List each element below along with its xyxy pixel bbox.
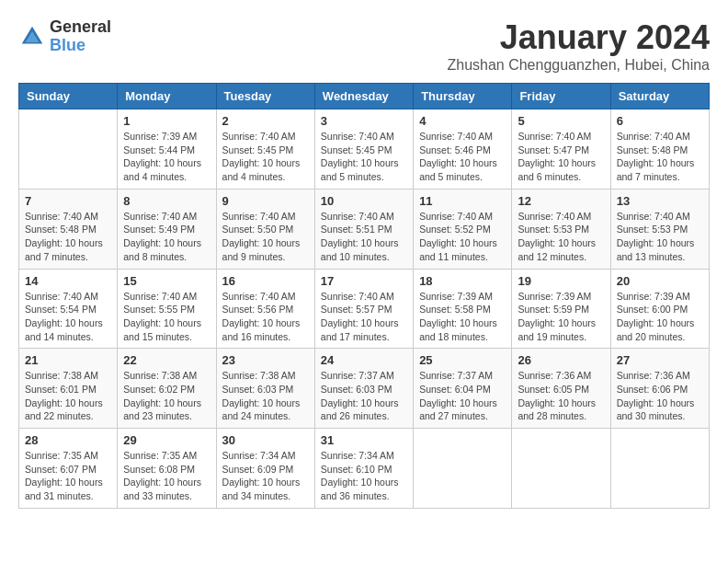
- day-info: Sunrise: 7:40 AM Sunset: 5:56 PM Dayligh…: [222, 290, 309, 344]
- day-number: 13: [617, 194, 703, 208]
- day-number: 30: [222, 433, 309, 447]
- calendar-cell: 14Sunrise: 7:40 AM Sunset: 5:54 PM Dayli…: [19, 269, 118, 349]
- day-number: 2: [222, 114, 309, 128]
- day-info: Sunrise: 7:36 AM Sunset: 6:06 PM Dayligh…: [617, 369, 703, 423]
- calendar-cell: [610, 429, 709, 509]
- day-number: 20: [617, 274, 703, 288]
- calendar-cell: 8Sunrise: 7:40 AM Sunset: 5:49 PM Daylig…: [118, 189, 216, 269]
- day-info: Sunrise: 7:40 AM Sunset: 5:50 PM Dayligh…: [222, 210, 309, 264]
- logo-general: General: [50, 18, 111, 37]
- calendar-cell: 25Sunrise: 7:37 AM Sunset: 6:04 PM Dayli…: [414, 349, 512, 429]
- day-info: Sunrise: 7:40 AM Sunset: 5:51 PM Dayligh…: [321, 210, 407, 264]
- day-info: Sunrise: 7:38 AM Sunset: 6:02 PM Dayligh…: [123, 369, 210, 423]
- calendar-cell: 28Sunrise: 7:35 AM Sunset: 6:07 PM Dayli…: [19, 429, 118, 509]
- day-info: Sunrise: 7:37 AM Sunset: 6:03 PM Dayligh…: [321, 369, 407, 423]
- day-number: 5: [518, 114, 604, 128]
- day-info: Sunrise: 7:35 AM Sunset: 6:08 PM Dayligh…: [123, 449, 210, 503]
- calendar-cell: 9Sunrise: 7:40 AM Sunset: 5:50 PM Daylig…: [216, 189, 314, 269]
- day-number: 23: [222, 353, 309, 367]
- calendar-cell: [414, 429, 512, 509]
- day-number: 6: [617, 114, 703, 128]
- day-info: Sunrise: 7:37 AM Sunset: 6:04 PM Dayligh…: [419, 369, 506, 423]
- day-info: Sunrise: 7:40 AM Sunset: 5:54 PM Dayligh…: [25, 290, 111, 344]
- day-number: 16: [222, 274, 309, 288]
- day-info: Sunrise: 7:38 AM Sunset: 6:03 PM Dayligh…: [222, 369, 309, 423]
- calendar-cell: 29Sunrise: 7:35 AM Sunset: 6:08 PM Dayli…: [118, 429, 216, 509]
- calendar-cell: 21Sunrise: 7:38 AM Sunset: 6:01 PM Dayli…: [19, 349, 118, 429]
- day-info: Sunrise: 7:40 AM Sunset: 5:47 PM Dayligh…: [518, 130, 604, 184]
- day-number: 10: [321, 194, 407, 208]
- header-monday: Monday: [118, 84, 216, 109]
- day-number: 18: [419, 274, 506, 288]
- day-info: Sunrise: 7:40 AM Sunset: 5:53 PM Dayligh…: [518, 210, 604, 264]
- day-number: 4: [419, 114, 506, 128]
- calendar-cell: 31Sunrise: 7:34 AM Sunset: 6:10 PM Dayli…: [314, 429, 413, 509]
- header-sunday: Sunday: [19, 84, 118, 109]
- location-title: Zhushan Chengguanzhen, Hubei, China: [447, 57, 710, 74]
- calendar-cell: 19Sunrise: 7:39 AM Sunset: 5:59 PM Dayli…: [512, 269, 610, 349]
- calendar-cell: [19, 109, 118, 190]
- calendar-cell: 22Sunrise: 7:38 AM Sunset: 6:02 PM Dayli…: [118, 349, 216, 429]
- day-number: 19: [518, 274, 604, 288]
- calendar-cell: 6Sunrise: 7:40 AM Sunset: 5:48 PM Daylig…: [610, 109, 709, 190]
- calendar-cell: 23Sunrise: 7:38 AM Sunset: 6:03 PM Dayli…: [216, 349, 314, 429]
- calendar-cell: 5Sunrise: 7:40 AM Sunset: 5:47 PM Daylig…: [512, 109, 610, 190]
- day-number: 27: [617, 353, 703, 367]
- day-number: 24: [321, 353, 407, 367]
- day-info: Sunrise: 7:40 AM Sunset: 5:45 PM Dayligh…: [222, 130, 309, 184]
- day-number: 7: [25, 194, 111, 208]
- day-info: Sunrise: 7:34 AM Sunset: 6:10 PM Dayligh…: [321, 449, 407, 503]
- calendar-cell: 3Sunrise: 7:40 AM Sunset: 5:45 PM Daylig…: [314, 109, 413, 190]
- title-area: January 2024 Zhushan Chengguanzhen, Hube…: [447, 18, 710, 74]
- day-info: Sunrise: 7:39 AM Sunset: 5:44 PM Dayligh…: [123, 130, 210, 184]
- day-number: 22: [123, 353, 210, 367]
- day-number: 8: [123, 194, 210, 208]
- logo-blue: Blue: [50, 37, 111, 55]
- week-row-0: 1Sunrise: 7:39 AM Sunset: 5:44 PM Daylig…: [19, 109, 710, 190]
- calendar-cell: 12Sunrise: 7:40 AM Sunset: 5:53 PM Dayli…: [512, 189, 610, 269]
- day-number: 12: [518, 194, 604, 208]
- logo: General Blue: [18, 18, 111, 55]
- calendar-cell: 4Sunrise: 7:40 AM Sunset: 5:46 PM Daylig…: [414, 109, 512, 190]
- day-number: 26: [518, 353, 604, 367]
- logo-icon: [18, 23, 46, 51]
- header-thursday: Thursday: [414, 84, 512, 109]
- logo-text: General Blue: [50, 18, 111, 55]
- day-info: Sunrise: 7:40 AM Sunset: 5:48 PM Dayligh…: [25, 210, 111, 264]
- calendar-cell: 1Sunrise: 7:39 AM Sunset: 5:44 PM Daylig…: [118, 109, 216, 190]
- day-info: Sunrise: 7:39 AM Sunset: 5:59 PM Dayligh…: [518, 290, 604, 344]
- day-info: Sunrise: 7:40 AM Sunset: 5:57 PM Dayligh…: [321, 290, 407, 344]
- day-info: Sunrise: 7:40 AM Sunset: 5:55 PM Dayligh…: [123, 290, 210, 344]
- calendar-cell: 7Sunrise: 7:40 AM Sunset: 5:48 PM Daylig…: [19, 189, 118, 269]
- calendar-cell: 27Sunrise: 7:36 AM Sunset: 6:06 PM Dayli…: [610, 349, 709, 429]
- week-row-3: 21Sunrise: 7:38 AM Sunset: 6:01 PM Dayli…: [19, 349, 710, 429]
- calendar-cell: 26Sunrise: 7:36 AM Sunset: 6:05 PM Dayli…: [512, 349, 610, 429]
- header-saturday: Saturday: [610, 84, 709, 109]
- day-info: Sunrise: 7:39 AM Sunset: 5:58 PM Dayligh…: [419, 290, 506, 344]
- calendar-cell: 20Sunrise: 7:39 AM Sunset: 6:00 PM Dayli…: [610, 269, 709, 349]
- day-number: 31: [321, 433, 407, 447]
- day-info: Sunrise: 7:39 AM Sunset: 6:00 PM Dayligh…: [617, 290, 703, 344]
- day-number: 25: [419, 353, 506, 367]
- day-number: 9: [222, 194, 309, 208]
- calendar-cell: 17Sunrise: 7:40 AM Sunset: 5:57 PM Dayli…: [314, 269, 413, 349]
- day-number: 28: [25, 433, 111, 447]
- day-info: Sunrise: 7:36 AM Sunset: 6:05 PM Dayligh…: [518, 369, 604, 423]
- day-number: 29: [123, 433, 210, 447]
- day-number: 3: [321, 114, 407, 128]
- calendar-cell: 2Sunrise: 7:40 AM Sunset: 5:45 PM Daylig…: [216, 109, 314, 190]
- page-header: General Blue January 2024 Zhushan Chengg…: [18, 18, 710, 74]
- header-wednesday: Wednesday: [314, 84, 413, 109]
- day-info: Sunrise: 7:35 AM Sunset: 6:07 PM Dayligh…: [25, 449, 111, 503]
- calendar-cell: 16Sunrise: 7:40 AM Sunset: 5:56 PM Dayli…: [216, 269, 314, 349]
- calendar-table: SundayMondayTuesdayWednesdayThursdayFrid…: [18, 83, 710, 509]
- calendar-cell: 24Sunrise: 7:37 AM Sunset: 6:03 PM Dayli…: [314, 349, 413, 429]
- calendar-cell: 18Sunrise: 7:39 AM Sunset: 5:58 PM Dayli…: [414, 269, 512, 349]
- calendar-cell: 15Sunrise: 7:40 AM Sunset: 5:55 PM Dayli…: [118, 269, 216, 349]
- day-info: Sunrise: 7:40 AM Sunset: 5:45 PM Dayligh…: [321, 130, 407, 184]
- day-number: 11: [419, 194, 506, 208]
- header-tuesday: Tuesday: [216, 84, 314, 109]
- week-row-4: 28Sunrise: 7:35 AM Sunset: 6:07 PM Dayli…: [19, 429, 710, 509]
- calendar-cell: 11Sunrise: 7:40 AM Sunset: 5:52 PM Dayli…: [414, 189, 512, 269]
- header-friday: Friday: [512, 84, 610, 109]
